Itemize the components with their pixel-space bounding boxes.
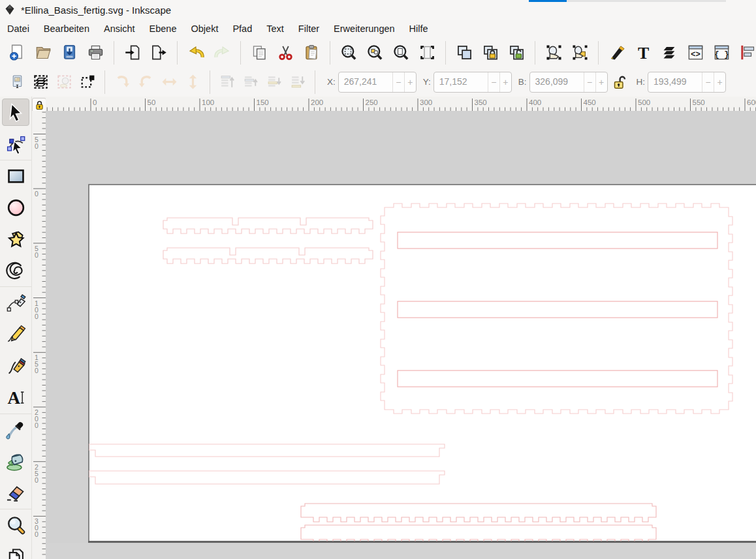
tool-selector[interactable] <box>0 97 31 128</box>
fill-stroke-dialog-button[interactable] <box>604 40 630 66</box>
select-all-layers-icon <box>33 74 49 90</box>
menu-text[interactable]: Text <box>259 21 291 37</box>
height-decrement-button[interactable]: − <box>702 72 714 92</box>
fit-page-button[interactable] <box>414 40 440 66</box>
unlink-clone-button[interactable] <box>503 40 529 66</box>
svg-text:450: 450 <box>584 98 596 106</box>
menu-erweiterungen[interactable]: Erweiterungen <box>326 21 402 37</box>
drawing-canvas[interactable] <box>46 111 756 559</box>
menu-filter[interactable]: Filter <box>291 21 326 37</box>
tool-zoom[interactable] <box>0 509 31 541</box>
text-font-dialog-button[interactable]: T <box>630 40 656 66</box>
tool-eraser[interactable] <box>0 477 31 509</box>
xml-editor-button[interactable]: <> <box>682 40 708 66</box>
width-input[interactable]: 326,099 <box>530 72 584 92</box>
lower-button[interactable] <box>262 70 286 94</box>
redo-button[interactable] <box>209 40 235 66</box>
height-input[interactable]: 193,499 <box>648 72 702 92</box>
tool-node-editor-pad <box>2 130 29 158</box>
ungroup-objects-button[interactable] <box>567 40 593 66</box>
tool-zoom-pad <box>2 511 29 539</box>
cut-icon <box>277 44 294 61</box>
selection-touch-button[interactable] <box>76 70 99 94</box>
tool-selector-pad <box>2 98 29 126</box>
object-properties-dialog-button[interactable]: { } <box>708 40 734 66</box>
tool-ellipse[interactable] <box>0 192 31 223</box>
layers-dialog-button[interactable] <box>656 40 682 66</box>
zoom-drawing-button[interactable] <box>362 40 388 66</box>
menu-pfad[interactable]: Pfad <box>225 21 259 37</box>
raise-button[interactable] <box>239 70 262 94</box>
paste-button[interactable] <box>298 40 324 66</box>
select-all-button[interactable] <box>5 70 29 94</box>
create-clone-button[interactable] <box>477 40 503 66</box>
tool-calligraphy[interactable] <box>0 350 31 382</box>
rotate-ccw-button[interactable] <box>110 70 134 94</box>
flip-horizontal-icon <box>161 74 178 90</box>
tool-node-editor[interactable] <box>0 128 31 160</box>
lower-to-bottom-button[interactable] <box>286 70 309 94</box>
tool-text[interactable]: A <box>0 382 31 414</box>
toolbar-separator <box>104 70 105 94</box>
align-distribute-dialog-button[interactable] <box>734 40 756 66</box>
export-document-button[interactable] <box>146 40 172 66</box>
raise-to-top-button[interactable] <box>215 70 239 94</box>
width-increment-button[interactable]: + <box>595 72 607 92</box>
tool-spiral[interactable] <box>0 255 31 287</box>
x-increment-button[interactable]: + <box>404 72 416 92</box>
ellipse-icon <box>6 198 26 218</box>
deselect-button[interactable] <box>52 70 76 94</box>
cut-button[interactable] <box>272 40 298 66</box>
menu-objekt[interactable]: Objekt <box>184 21 226 37</box>
x-input[interactable]: 267,241 <box>339 72 392 92</box>
align-distribute-dialog-icon <box>739 44 756 61</box>
flip-vertical-button[interactable] <box>181 70 204 94</box>
tool-pages[interactable] <box>0 541 31 559</box>
width-decrement-button[interactable]: − <box>584 72 595 92</box>
y-increment-button[interactable]: + <box>499 72 511 92</box>
open-document-button[interactable] <box>30 40 56 66</box>
x-label: X: <box>327 77 336 87</box>
menu-datei[interactable]: Datei <box>0 21 37 37</box>
lock-guides-button[interactable] <box>32 98 46 112</box>
select-all-layers-button[interactable] <box>29 70 52 94</box>
menu-ebene[interactable]: Ebene <box>142 21 184 37</box>
y-input[interactable]: 17,152 <box>434 72 488 92</box>
save-document-button[interactable] <box>56 40 82 66</box>
text-font-dialog-icon: T <box>635 44 652 61</box>
menu-bearbeiten[interactable]: Bearbeiten <box>37 21 97 37</box>
dropper-icon <box>6 420 26 440</box>
lock-aspect-ratio-toggle[interactable] <box>609 72 629 93</box>
menu-ansicht[interactable]: Ansicht <box>97 21 142 37</box>
tool-star[interactable] <box>0 224 31 255</box>
horizontal-ruler-scale: 050100150200250300350400450500550600 <box>46 97 756 111</box>
menu-hilfe[interactable]: Hilfe <box>402 21 435 37</box>
undo-button[interactable] <box>183 40 209 66</box>
y-decrement-button[interactable]: − <box>488 72 499 92</box>
zoom-page-button[interactable] <box>388 40 414 66</box>
tool-rectangle[interactable] <box>0 160 31 192</box>
tool-dropper[interactable] <box>0 414 31 446</box>
new-document-button[interactable] <box>4 40 30 66</box>
tool-pen[interactable] <box>0 287 31 318</box>
group-objects-button[interactable] <box>541 40 567 66</box>
vertical-ruler[interactable]: 50050100150200250300 <box>31 111 46 559</box>
canvas-area[interactable] <box>46 111 756 559</box>
progress-fill <box>529 0 567 2</box>
import-document-button[interactable] <box>119 40 146 66</box>
height-increment-button[interactable]: + <box>714 72 725 92</box>
x-decrement-button[interactable]: − <box>392 72 404 92</box>
rotate-cw-button[interactable] <box>134 70 157 94</box>
horizontal-ruler[interactable]: 050100150200250300350400450500550600 <box>46 97 756 111</box>
zoom-selection-button[interactable] <box>336 40 362 66</box>
copy-button[interactable] <box>246 40 272 66</box>
height-field: H: 193,499−+ <box>637 72 727 93</box>
copy-icon <box>251 44 268 61</box>
canvas-below-page <box>46 543 756 559</box>
print-document-button[interactable] <box>82 40 108 66</box>
tool-pencil[interactable] <box>0 319 31 350</box>
flip-horizontal-button[interactable] <box>157 70 181 94</box>
star-icon <box>6 229 26 249</box>
tool-paint-bucket[interactable] <box>0 446 31 477</box>
duplicate-button[interactable] <box>451 40 477 66</box>
